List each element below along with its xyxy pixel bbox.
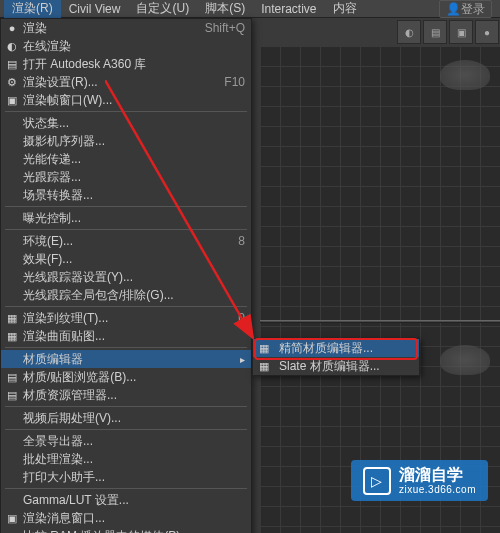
menu-item-24[interactable]: ▤材质资源管理器... <box>1 386 251 404</box>
tool-render-icon[interactable]: ◐ <box>397 20 421 44</box>
menu-script[interactable]: 脚本(S) <box>197 0 253 19</box>
menu-item-7[interactable]: 摄影机序列器... <box>1 132 251 150</box>
menu-item-label: 光跟踪器... <box>23 169 245 186</box>
menu-item-label: 渲染到纹理(T)... <box>23 310 238 327</box>
menu-item-label: 光线跟踪器设置(Y)... <box>23 269 245 286</box>
submenu-item-icon: ▦ <box>256 340 272 356</box>
tool-quick-render-icon[interactable]: ● <box>475 20 499 44</box>
menu-separator <box>5 406 247 407</box>
menu-item-8[interactable]: 光能传递... <box>1 150 251 168</box>
menu-item-label: 批处理渲染... <box>23 451 245 468</box>
menu-item-label: 渲染 <box>23 20 205 37</box>
menu-item-shortcut: F10 <box>224 75 245 89</box>
menu-item-label: 渲染帧窗口(W)... <box>23 92 245 109</box>
teapot-object-top <box>440 60 490 90</box>
menu-item-shortcut: 0 <box>238 311 245 325</box>
menu-item-19[interactable]: ▦渲染到纹理(T)...0 <box>1 309 251 327</box>
menu-item-icon: ▤ <box>4 369 20 385</box>
menu-item-label: 打印大小助手... <box>23 469 245 486</box>
menu-customize[interactable]: 自定义(U) <box>128 0 197 19</box>
menu-item-icon: ▦ <box>4 310 20 326</box>
toolbar: ◐ ▤ ▣ ● <box>396 19 500 45</box>
menu-civil-view[interactable]: Civil View <box>61 0 129 18</box>
watermark-logo-icon: ▷ <box>363 467 391 495</box>
viewport-divider[interactable] <box>260 320 500 323</box>
menu-item-34[interactable]: ◉比较 RAM 播放器中的媒体(P)... <box>1 527 251 533</box>
menu-item-30[interactable]: 打印大小助手... <box>1 468 251 486</box>
menu-item-label: 光线跟踪全局包含/排除(G)... <box>23 287 245 304</box>
menu-item-icon: ▤ <box>4 387 20 403</box>
menu-item-label: 环境(E)... <box>23 233 238 250</box>
menu-content[interactable]: 内容 <box>325 0 365 19</box>
menu-item-4[interactable]: ▣渲染帧窗口(W)... <box>1 91 251 109</box>
menu-item-2[interactable]: ▤打开 Autodesk A360 库 <box>1 55 251 73</box>
user-icon: 👤 <box>446 2 461 16</box>
menu-item-label: 场景转换器... <box>23 187 245 204</box>
menu-item-33[interactable]: ▣渲染消息窗口... <box>1 509 251 527</box>
menu-item-1[interactable]: ◐在线渲染 <box>1 37 251 55</box>
menu-interactive[interactable]: Interactive <box>253 0 324 18</box>
menu-item-9[interactable]: 光跟踪器... <box>1 168 251 186</box>
menu-item-17[interactable]: 光线跟踪全局包含/排除(G)... <box>1 286 251 304</box>
menu-item-3[interactable]: ⚙渲染设置(R)...F10 <box>1 73 251 91</box>
menu-item-label: 在线渲染 <box>23 38 245 55</box>
menu-item-label: 渲染消息窗口... <box>23 510 245 527</box>
menu-item-label: 状态集... <box>23 115 245 132</box>
menu-separator <box>5 429 247 430</box>
menu-item-shortcut: Shift+Q <box>205 21 245 35</box>
menu-item-29[interactable]: 批处理渲染... <box>1 450 251 468</box>
render-menu-dropdown: ●渲染Shift+Q◐在线渲染▤打开 Autodesk A360 库⚙渲染设置(… <box>0 18 252 533</box>
menu-item-12[interactable]: 曝光控制... <box>1 209 251 227</box>
tool-render-setup-icon[interactable]: ▤ <box>423 20 447 44</box>
menu-item-label: 渲染曲面贴图... <box>23 328 245 345</box>
menu-item-label: 摄影机序列器... <box>23 133 245 150</box>
menu-item-label: 光能传递... <box>23 151 245 168</box>
teapot-object-bottom <box>440 345 490 375</box>
menu-item-20[interactable]: ▦渲染曲面贴图... <box>1 327 251 345</box>
menu-item-label: 全景导出器... <box>23 433 245 450</box>
menu-render[interactable]: 渲染(R) <box>4 0 61 19</box>
menu-item-label: 渲染设置(R)... <box>23 74 224 91</box>
watermark-title: 溜溜自学 <box>399 466 476 484</box>
menu-item-icon: ⚙ <box>4 74 20 90</box>
menu-item-label: 材质/贴图浏览器(B)... <box>23 369 245 386</box>
menu-item-label: 打开 Autodesk A360 库 <box>23 56 245 73</box>
menu-item-label: 曝光控制... <box>23 210 245 227</box>
material-editor-submenu: ▦精简材质编辑器...▦Slate 材质编辑器... <box>252 338 420 376</box>
menu-item-15[interactable]: 效果(F)... <box>1 250 251 268</box>
menu-item-0[interactable]: ●渲染Shift+Q <box>1 19 251 37</box>
menu-item-label: 效果(F)... <box>23 251 245 268</box>
submenu-item-label: Slate 材质编辑器... <box>279 358 413 375</box>
menu-item-22[interactable]: 材质编辑器 <box>1 350 251 368</box>
menu-item-icon: ▦ <box>4 328 20 344</box>
menu-item-icon: ▣ <box>4 92 20 108</box>
menu-bar: 渲染(R) Civil View 自定义(U) 脚本(S) Interactiv… <box>0 0 500 18</box>
watermark-url: zixue.3d66.com <box>399 484 476 495</box>
menu-item-shortcut: 8 <box>238 234 245 248</box>
menu-item-26[interactable]: 视频后期处理(V)... <box>1 409 251 427</box>
menu-item-32[interactable]: Gamma/LUT 设置... <box>1 491 251 509</box>
menu-item-16[interactable]: 光线跟踪器设置(Y)... <box>1 268 251 286</box>
menu-item-10[interactable]: 场景转换器... <box>1 186 251 204</box>
menu-separator <box>5 488 247 489</box>
menu-item-label: 比较 RAM 播放器中的媒体(P)... <box>23 528 245 534</box>
menu-item-icon: ◉ <box>4 528 20 533</box>
submenu-item-icon: ▦ <box>256 358 272 374</box>
menu-item-label: 材质编辑器 <box>23 351 245 368</box>
watermark: ▷ 溜溜自学 zixue.3d66.com <box>351 460 488 501</box>
menu-item-14[interactable]: 环境(E)...8 <box>1 232 251 250</box>
submenu-item-label: 精简材质编辑器... <box>279 340 413 357</box>
menu-item-28[interactable]: 全景导出器... <box>1 432 251 450</box>
submenu-item-1[interactable]: ▦Slate 材质编辑器... <box>253 357 419 375</box>
menu-separator <box>5 306 247 307</box>
login-button[interactable]: 👤 登录 <box>439 0 492 18</box>
menu-item-icon: ▤ <box>4 56 20 72</box>
menu-item-icon: ◐ <box>4 38 20 54</box>
menu-item-23[interactable]: ▤材质/贴图浏览器(B)... <box>1 368 251 386</box>
submenu-item-0[interactable]: ▦精简材质编辑器... <box>253 339 419 357</box>
menu-item-6[interactable]: 状态集... <box>1 114 251 132</box>
menu-separator <box>5 229 247 230</box>
tool-frame-icon[interactable]: ▣ <box>449 20 473 44</box>
menu-separator <box>5 347 247 348</box>
menu-item-icon: ● <box>4 20 20 36</box>
